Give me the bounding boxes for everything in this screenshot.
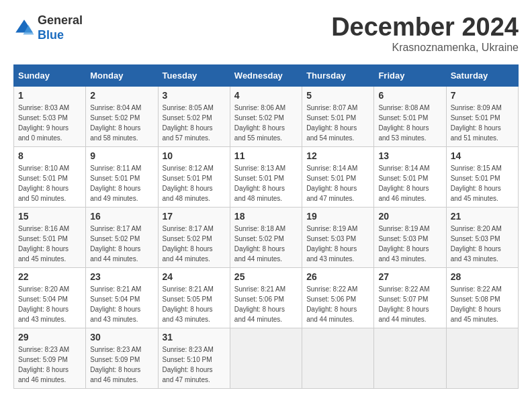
calendar-week-row: 1Sunrise: 8:03 AMSunset: 5:03 PMDaylight…	[14, 86, 519, 146]
day-info: Sunrise: 8:11 AMSunset: 5:01 PMDaylight:…	[90, 163, 153, 203]
calendar-cell: 5Sunrise: 8:07 AMSunset: 5:01 PMDaylight…	[302, 86, 374, 146]
day-info: Sunrise: 8:17 AMSunset: 5:02 PMDaylight:…	[163, 224, 226, 264]
day-number: 10	[163, 150, 226, 161]
calendar-cell: 29Sunrise: 8:23 AMSunset: 5:09 PMDayligh…	[14, 328, 86, 388]
day-info: Sunrise: 8:12 AMSunset: 5:01 PMDaylight:…	[163, 163, 226, 203]
day-number: 23	[90, 271, 153, 282]
calendar-week-row: 22Sunrise: 8:20 AMSunset: 5:04 PMDayligh…	[14, 267, 519, 328]
calendar-cell: 10Sunrise: 8:12 AMSunset: 5:01 PMDayligh…	[158, 146, 230, 207]
day-info: Sunrise: 8:15 AMSunset: 5:01 PMDaylight:…	[451, 163, 514, 203]
calendar-cell: 30Sunrise: 8:23 AMSunset: 5:09 PMDayligh…	[86, 328, 158, 388]
calendar-cell: 2Sunrise: 8:04 AMSunset: 5:02 PMDaylight…	[86, 86, 158, 146]
header: General Blue December 2024 Krasnoznamenk…	[13, 13, 519, 54]
calendar-cell: 18Sunrise: 8:18 AMSunset: 5:02 PMDayligh…	[230, 207, 302, 267]
calendar-cell: 24Sunrise: 8:21 AMSunset: 5:05 PMDayligh…	[158, 267, 230, 328]
day-number: 1	[18, 90, 81, 101]
calendar-cell	[302, 328, 374, 388]
day-number: 12	[306, 150, 369, 161]
day-info: Sunrise: 8:14 AMSunset: 5:01 PMDaylight:…	[378, 163, 441, 203]
calendar-cell: 19Sunrise: 8:19 AMSunset: 5:03 PMDayligh…	[302, 207, 374, 267]
day-info: Sunrise: 8:20 AMSunset: 5:03 PMDaylight:…	[451, 224, 514, 264]
day-info: Sunrise: 8:23 AMSunset: 5:09 PMDaylight:…	[90, 345, 153, 385]
logo: General Blue	[13, 13, 83, 42]
day-number: 31	[163, 332, 226, 342]
day-number: 4	[234, 90, 298, 101]
day-number: 7	[451, 90, 514, 101]
calendar-week-row: 29Sunrise: 8:23 AMSunset: 5:09 PMDayligh…	[14, 328, 519, 388]
day-number: 8	[18, 150, 81, 161]
day-number: 16	[90, 211, 153, 222]
title-block: December 2024 Krasnoznamenka, Ukraine	[331, 13, 519, 54]
calendar-cell	[446, 328, 518, 388]
location-title: Krasnoznamenka, Ukraine	[331, 42, 519, 54]
day-number: 20	[378, 211, 441, 222]
day-number: 9	[90, 150, 153, 161]
calendar-cell: 13Sunrise: 8:14 AMSunset: 5:01 PMDayligh…	[374, 146, 446, 207]
calendar-cell: 8Sunrise: 8:10 AMSunset: 5:01 PMDaylight…	[14, 146, 86, 207]
weekday-header-tuesday: Tuesday	[158, 64, 230, 86]
weekday-header-row: SundayMondayTuesdayWednesdayThursdayFrid…	[14, 64, 519, 86]
calendar-cell: 26Sunrise: 8:22 AMSunset: 5:06 PMDayligh…	[302, 267, 374, 328]
day-number: 30	[90, 332, 153, 342]
day-info: Sunrise: 8:23 AMSunset: 5:09 PMDaylight:…	[18, 345, 81, 385]
day-number: 21	[451, 211, 514, 222]
day-number: 19	[306, 211, 369, 222]
day-info: Sunrise: 8:07 AMSunset: 5:01 PMDaylight:…	[306, 103, 369, 143]
calendar-cell: 12Sunrise: 8:14 AMSunset: 5:01 PMDayligh…	[302, 146, 374, 207]
day-number: 14	[451, 150, 514, 161]
day-info: Sunrise: 8:23 AMSunset: 5:10 PMDaylight:…	[163, 345, 226, 385]
calendar-cell	[374, 328, 446, 388]
day-info: Sunrise: 8:05 AMSunset: 5:02 PMDaylight:…	[163, 103, 226, 143]
day-info: Sunrise: 8:13 AMSunset: 5:01 PMDaylight:…	[234, 163, 298, 203]
calendar-cell: 31Sunrise: 8:23 AMSunset: 5:10 PMDayligh…	[158, 328, 230, 388]
day-number: 13	[378, 150, 441, 161]
day-info: Sunrise: 8:14 AMSunset: 5:01 PMDaylight:…	[306, 163, 369, 203]
day-number: 3	[163, 90, 226, 101]
calendar-cell: 17Sunrise: 8:17 AMSunset: 5:02 PMDayligh…	[158, 207, 230, 267]
day-info: Sunrise: 8:19 AMSunset: 5:03 PMDaylight:…	[306, 224, 369, 264]
day-info: Sunrise: 8:22 AMSunset: 5:08 PMDaylight:…	[451, 284, 514, 324]
day-info: Sunrise: 8:22 AMSunset: 5:06 PMDaylight:…	[306, 284, 369, 324]
calendar-cell: 27Sunrise: 8:22 AMSunset: 5:07 PMDayligh…	[374, 267, 446, 328]
calendar-cell: 4Sunrise: 8:06 AMSunset: 5:02 PMDaylight…	[230, 86, 302, 146]
calendar-week-row: 8Sunrise: 8:10 AMSunset: 5:01 PMDaylight…	[14, 146, 519, 207]
weekday-header-sunday: Sunday	[14, 64, 86, 86]
weekday-header-saturday: Saturday	[446, 64, 518, 86]
day-info: Sunrise: 8:10 AMSunset: 5:01 PMDaylight:…	[18, 163, 81, 203]
day-info: Sunrise: 8:18 AMSunset: 5:02 PMDaylight:…	[234, 224, 298, 264]
day-info: Sunrise: 8:22 AMSunset: 5:07 PMDaylight:…	[378, 284, 441, 324]
calendar-cell: 14Sunrise: 8:15 AMSunset: 5:01 PMDayligh…	[446, 146, 518, 207]
day-info: Sunrise: 8:19 AMSunset: 5:03 PMDaylight:…	[378, 224, 441, 264]
day-number: 26	[306, 271, 369, 282]
day-number: 18	[234, 211, 298, 222]
month-title: December 2024	[331, 13, 519, 42]
day-info: Sunrise: 8:03 AMSunset: 5:03 PMDaylight:…	[18, 103, 81, 143]
day-info: Sunrise: 8:04 AMSunset: 5:02 PMDaylight:…	[90, 103, 153, 143]
calendar-table: SundayMondayTuesdayWednesdayThursdayFrid…	[13, 64, 519, 389]
day-number: 6	[378, 90, 441, 101]
day-number: 29	[18, 332, 81, 342]
logo-text: General Blue	[38, 13, 83, 42]
calendar-cell: 21Sunrise: 8:20 AMSunset: 5:03 PMDayligh…	[446, 207, 518, 267]
calendar-cell: 9Sunrise: 8:11 AMSunset: 5:01 PMDaylight…	[86, 146, 158, 207]
day-number: 17	[163, 211, 226, 222]
calendar-cell: 1Sunrise: 8:03 AMSunset: 5:03 PMDaylight…	[14, 86, 86, 146]
day-info: Sunrise: 8:21 AMSunset: 5:04 PMDaylight:…	[90, 284, 153, 324]
calendar-cell: 11Sunrise: 8:13 AMSunset: 5:01 PMDayligh…	[230, 146, 302, 207]
calendar-cell: 15Sunrise: 8:16 AMSunset: 5:01 PMDayligh…	[14, 207, 86, 267]
calendar-cell: 6Sunrise: 8:08 AMSunset: 5:01 PMDaylight…	[374, 86, 446, 146]
day-number: 11	[234, 150, 298, 161]
day-info: Sunrise: 8:21 AMSunset: 5:06 PMDaylight:…	[234, 284, 298, 324]
calendar-cell: 3Sunrise: 8:05 AMSunset: 5:02 PMDaylight…	[158, 86, 230, 146]
day-number: 22	[18, 271, 81, 282]
calendar-cell: 22Sunrise: 8:20 AMSunset: 5:04 PMDayligh…	[14, 267, 86, 328]
day-info: Sunrise: 8:17 AMSunset: 5:02 PMDaylight:…	[90, 224, 153, 264]
day-info: Sunrise: 8:09 AMSunset: 5:01 PMDaylight:…	[451, 103, 514, 143]
calendar-cell: 25Sunrise: 8:21 AMSunset: 5:06 PMDayligh…	[230, 267, 302, 328]
calendar-cell: 20Sunrise: 8:19 AMSunset: 5:03 PMDayligh…	[374, 207, 446, 267]
logo-icon	[13, 17, 35, 39]
day-info: Sunrise: 8:06 AMSunset: 5:02 PMDaylight:…	[234, 103, 298, 143]
day-number: 25	[234, 271, 298, 282]
weekday-header-wednesday: Wednesday	[230, 64, 302, 86]
calendar-cell: 28Sunrise: 8:22 AMSunset: 5:08 PMDayligh…	[446, 267, 518, 328]
